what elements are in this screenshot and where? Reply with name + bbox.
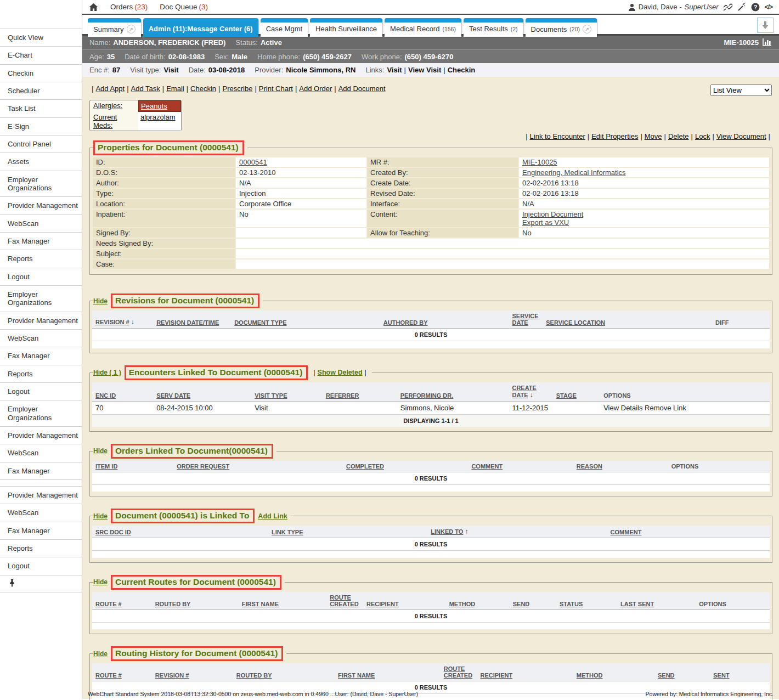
col-sort-link[interactable]: ROUTE CREATED bbox=[330, 594, 358, 607]
sidebar-pin[interactable] bbox=[0, 575, 82, 592]
col-sort-link[interactable]: STATUS bbox=[560, 601, 583, 607]
chart-icon[interactable] bbox=[763, 38, 772, 47]
sidebar-item-webscan[interactable]: WebScan bbox=[0, 215, 82, 233]
sidebar-item-provider-management[interactable]: Provider Management bbox=[0, 197, 82, 214]
col-sort-link[interactable]: LAST SENT bbox=[620, 601, 654, 607]
sidebar-item-logout[interactable]: Logout bbox=[0, 557, 82, 575]
download-button[interactable] bbox=[757, 18, 774, 33]
action-prescribe[interactable]: Prescribe bbox=[222, 84, 252, 93]
sidebar-item-webscan[interactable]: WebScan bbox=[0, 504, 82, 522]
prop-value-link[interactable]: Export as VXU bbox=[522, 218, 569, 227]
hide-link-linked-to[interactable]: Hide bbox=[93, 512, 108, 520]
hide-link-orders[interactable]: Hide bbox=[93, 447, 108, 455]
sidebar-item-provider-management[interactable]: Provider Management bbox=[0, 427, 82, 444]
col-sort-link[interactable]: LINK TYPE bbox=[272, 529, 303, 535]
col-sort-link[interactable]: METHOD bbox=[449, 601, 476, 607]
action-add-appt[interactable]: Add Appt bbox=[95, 84, 125, 93]
sort-up-icon[interactable]: ↑ bbox=[465, 528, 468, 535]
col-sort-link[interactable]: SEND bbox=[513, 601, 530, 607]
sidebar-item-webscan[interactable]: WebScan bbox=[0, 330, 82, 347]
prop-value-link[interactable]: Engineering, Medical Informatics bbox=[522, 168, 626, 177]
tab-documents[interactable]: Documents(20)↗ bbox=[526, 18, 597, 37]
col-sort-link[interactable]: REFERRER bbox=[326, 392, 359, 399]
hide-link-routing-history[interactable]: Hide bbox=[93, 650, 108, 658]
sidebar-item-reports[interactable]: Reports bbox=[0, 365, 82, 383]
user-menu[interactable]: David, Dave - SuperUser bbox=[628, 3, 719, 11]
sidebar-item-fax-manager[interactable]: Fax Manager bbox=[0, 462, 82, 480]
enc-link-view-visit[interactable]: View Visit bbox=[408, 66, 441, 74]
col-sort-link[interactable]: METHOD bbox=[577, 672, 603, 679]
sidebar-item-scheduler[interactable]: Scheduler bbox=[0, 82, 82, 100]
tab-summary[interactable]: Summary↗ bbox=[88, 18, 141, 37]
action-add-order[interactable]: Add Order bbox=[299, 84, 332, 93]
col-sort-link[interactable]: SERVICE DATE bbox=[512, 313, 538, 326]
current-meds-link[interactable]: Current Meds: bbox=[93, 113, 117, 129]
col-sort-link[interactable]: PERFORMING DR. bbox=[400, 392, 454, 399]
col-sort-link[interactable]: VISIT TYPE bbox=[255, 392, 287, 399]
sidebar-item-employer-organizations[interactable]: Employer Organizations bbox=[0, 286, 82, 312]
col-sort-link[interactable]: AUTHORED BY bbox=[383, 319, 428, 326]
sidebar-item-assets[interactable]: Assets bbox=[0, 153, 82, 171]
col-sort-link[interactable]: STAGE bbox=[556, 392, 577, 399]
sidebar-item-task-list[interactable]: Task List bbox=[0, 100, 82, 117]
col-sort-link[interactable]: REVISION DATE/TIME bbox=[156, 319, 219, 326]
col-sort-link[interactable]: ROUTE # bbox=[95, 672, 122, 679]
col-sort-link[interactable]: SERVICE LOCATION bbox=[546, 319, 605, 326]
code-icon[interactable]: </> bbox=[765, 3, 772, 11]
sidebar-item-control-panel[interactable]: Control Panel bbox=[0, 136, 82, 153]
sidebar-item-e-sign[interactable]: E-Sign bbox=[0, 118, 82, 136]
doc-action-delete[interactable]: Delete bbox=[668, 132, 689, 140]
popout-icon[interactable]: ↗ bbox=[583, 25, 591, 33]
col-sort-link[interactable]: LINKED TO bbox=[431, 528, 463, 535]
sidebar-item-blank[interactable] bbox=[0, 480, 82, 487]
sidebar-item-fax-manager[interactable]: Fax Manager bbox=[0, 522, 82, 540]
sidebar-item-checkin[interactable]: Checkin bbox=[0, 65, 82, 82]
action-print-chart[interactable]: Print Chart bbox=[259, 84, 293, 93]
topbar-menu-orders[interactable]: Orders(23) bbox=[110, 3, 148, 11]
topbar-menu-doc-queue[interactable]: Doc Queue(3) bbox=[160, 3, 208, 11]
col-sort-link[interactable]: DOCUMENT TYPE bbox=[234, 319, 286, 326]
tab-case-mgmt[interactable]: Case Mgmt bbox=[261, 18, 308, 37]
extra-link-show-deleted[interactable]: Show Deleted bbox=[318, 369, 363, 376]
col-sort-link[interactable]: ROUTED BY bbox=[236, 672, 272, 679]
col-sort-link[interactable]: COMPLETED bbox=[346, 463, 384, 470]
sidebar-item-logout[interactable]: Logout bbox=[0, 268, 82, 286]
doc-action-move[interactable]: Move bbox=[645, 132, 662, 140]
col-sort-link[interactable]: SEND bbox=[658, 672, 675, 679]
sidebar-item-employer-organizations[interactable]: Employer Organizations bbox=[0, 400, 82, 427]
col-sort-link[interactable]: RECIPIENT bbox=[366, 601, 399, 607]
action-checkin[interactable]: Checkin bbox=[190, 84, 216, 93]
sidebar-item-fax-manager[interactable]: Fax Manager bbox=[0, 347, 82, 365]
tab-medical-record[interactable]: Medical Record(156) bbox=[385, 18, 461, 37]
doc-action-link-to-encounter[interactable]: Link to Encounter bbox=[530, 132, 585, 140]
col-sort-link[interactable]: SRC DOC ID bbox=[95, 529, 131, 535]
col-sort-link[interactable]: FIRST NAME bbox=[242, 601, 279, 607]
action-add-document[interactable]: Add Document bbox=[338, 84, 386, 93]
col-sort-link[interactable]: ITEM ID bbox=[95, 463, 117, 470]
prop-value-link[interactable]: 0000541 bbox=[239, 158, 267, 166]
popout-icon[interactable]: ↗ bbox=[127, 25, 136, 33]
col-sort-link[interactable]: ENC ID bbox=[95, 392, 116, 399]
help-icon[interactable]: ? bbox=[751, 3, 760, 12]
sidebar-item-fax-manager[interactable]: Fax Manager bbox=[0, 233, 82, 250]
col-sort-link[interactable]: COMMENT bbox=[611, 529, 642, 535]
doc-action-edit-properties[interactable]: Edit Properties bbox=[591, 132, 638, 140]
col-sort-link[interactable]: COMMENT bbox=[471, 463, 503, 470]
enc-link-visit[interactable]: Visit bbox=[387, 66, 402, 74]
sidebar-item-employer-organizations[interactable]: Employer Organizations bbox=[0, 171, 82, 197]
tab-health-surveillance[interactable]: Health Surveillance bbox=[310, 18, 382, 37]
doc-action-view-document[interactable]: View Document bbox=[716, 132, 766, 140]
hide-link-encounters[interactable]: Hide ( 1 ) bbox=[93, 369, 121, 376]
action-add-task[interactable]: Add Task bbox=[131, 84, 160, 93]
extra-link-add-link[interactable]: Add Link bbox=[258, 512, 287, 520]
col-sort-link[interactable]: FIRST NAME bbox=[338, 672, 375, 679]
col-sort-link[interactable]: ROUTED BY bbox=[155, 601, 191, 607]
sidebar-item-provider-management[interactable]: Provider Management bbox=[0, 487, 82, 504]
link-icon[interactable] bbox=[724, 3, 732, 12]
sidebar-item-reports[interactable]: Reports bbox=[0, 250, 82, 268]
sidebar-item-e-chart[interactable]: E-Chart bbox=[0, 47, 82, 64]
doc-action-lock[interactable]: Lock bbox=[695, 132, 710, 140]
wand-icon[interactable] bbox=[737, 3, 746, 12]
sidebar-item-reports[interactable]: Reports bbox=[0, 540, 82, 557]
col-sort-link[interactable]: SERV DATE bbox=[156, 392, 190, 399]
